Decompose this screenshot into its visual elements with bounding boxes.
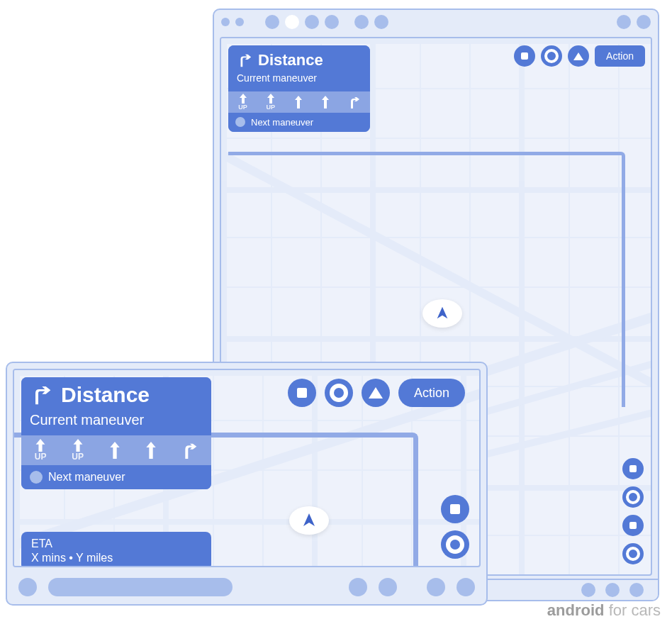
map-canvas[interactable]: Action Distance Current maneuver UP bbox=[13, 369, 481, 567]
lane-up-icon: UP bbox=[266, 94, 275, 111]
eta-detail: X mins • Y miles bbox=[31, 552, 201, 564]
distance-label: Distance bbox=[61, 383, 150, 407]
map-action-strip: Action bbox=[288, 379, 465, 407]
nav-button[interactable] bbox=[457, 578, 475, 596]
lane-right-icon bbox=[182, 442, 198, 459]
map-control-stack bbox=[622, 458, 644, 564]
map-control-button[interactable] bbox=[622, 515, 644, 536]
vehicle-marker-icon bbox=[289, 506, 329, 535]
lane-guidance-strip: UP UP bbox=[228, 91, 370, 113]
map-action-strip: Action bbox=[514, 45, 645, 67]
status-dot-icon bbox=[629, 583, 644, 597]
next-maneuver-label: Next maneuver bbox=[251, 117, 313, 128]
stop-button[interactable] bbox=[514, 45, 535, 67]
turn-right-icon bbox=[237, 52, 252, 68]
current-maneuver-label: Current maneuver bbox=[237, 72, 362, 84]
lane-up-icon: UP bbox=[35, 439, 47, 462]
nav-button[interactable] bbox=[379, 578, 397, 596]
next-maneuver-row: Next maneuver bbox=[228, 113, 370, 132]
current-maneuver-label: Current maneuver bbox=[30, 411, 203, 428]
recenter-button[interactable] bbox=[325, 379, 353, 407]
status-dot-icon bbox=[325, 15, 339, 29]
next-maneuver-icon bbox=[30, 471, 43, 484]
status-dot-icon bbox=[637, 15, 651, 29]
lane-up-icon bbox=[109, 442, 121, 459]
next-maneuver-row: Next maneuver bbox=[21, 465, 211, 489]
nav-pill-button[interactable] bbox=[48, 578, 233, 596]
lane-right-icon bbox=[349, 96, 360, 108]
eta-title: ETA bbox=[31, 537, 201, 550]
north-up-button[interactable] bbox=[362, 379, 390, 407]
lane-up-icon: UP bbox=[72, 439, 84, 462]
routing-card[interactable]: Distance Current maneuver UP UP Next man… bbox=[21, 377, 211, 489]
routing-card-primary: Distance Current maneuver bbox=[228, 45, 370, 91]
map-control-button[interactable] bbox=[622, 543, 644, 564]
status-dot-icon bbox=[221, 18, 230, 26]
nav-button[interactable] bbox=[349, 578, 367, 596]
status-dot-icon bbox=[374, 15, 388, 29]
status-dot-icon bbox=[265, 15, 279, 29]
nav-button[interactable] bbox=[18, 578, 37, 596]
action-button[interactable]: Action bbox=[398, 379, 465, 407]
next-maneuver-icon bbox=[235, 117, 245, 127]
watermark-label: android for cars bbox=[547, 601, 661, 620]
map-control-button[interactable] bbox=[622, 458, 644, 479]
lane-up-icon bbox=[294, 96, 303, 108]
distance-label: Distance bbox=[258, 51, 323, 69]
status-dot-icon bbox=[235, 18, 244, 26]
nav-bar bbox=[7, 570, 486, 604]
status-dot-icon bbox=[285, 15, 299, 29]
map-control-button[interactable] bbox=[441, 495, 469, 523]
status-bar-top bbox=[214, 10, 658, 34]
lane-up-icon bbox=[321, 96, 330, 108]
status-dot-icon bbox=[354, 15, 369, 29]
device-landscape: Action Distance Current maneuver UP bbox=[6, 362, 488, 606]
route-polyline bbox=[305, 433, 418, 567]
map-control-button[interactable] bbox=[441, 530, 469, 559]
routing-card-primary: Distance Current maneuver bbox=[21, 377, 211, 435]
status-dot-icon bbox=[305, 15, 319, 29]
vehicle-marker-icon bbox=[422, 299, 462, 328]
north-up-button[interactable] bbox=[568, 45, 589, 67]
lane-guidance-strip: UP UP bbox=[21, 435, 211, 465]
turn-right-icon bbox=[30, 384, 52, 406]
routing-card[interactable]: Distance Current maneuver UP UP Next man… bbox=[228, 45, 370, 132]
status-dot-icon bbox=[617, 15, 631, 29]
next-maneuver-label: Next maneuver bbox=[48, 471, 125, 484]
action-button[interactable]: Action bbox=[595, 45, 645, 67]
map-control-stack bbox=[441, 495, 469, 559]
recenter-button[interactable] bbox=[541, 45, 562, 67]
nav-button[interactable] bbox=[427, 578, 445, 596]
map-control-button[interactable] bbox=[622, 486, 644, 508]
eta-card[interactable]: ETA X mins • Y miles bbox=[21, 532, 211, 567]
status-dot-icon bbox=[605, 583, 620, 597]
status-dot-icon bbox=[581, 583, 595, 597]
stop-button[interactable] bbox=[288, 379, 316, 407]
lane-up-icon bbox=[145, 442, 157, 459]
lane-up-icon: UP bbox=[238, 94, 247, 111]
